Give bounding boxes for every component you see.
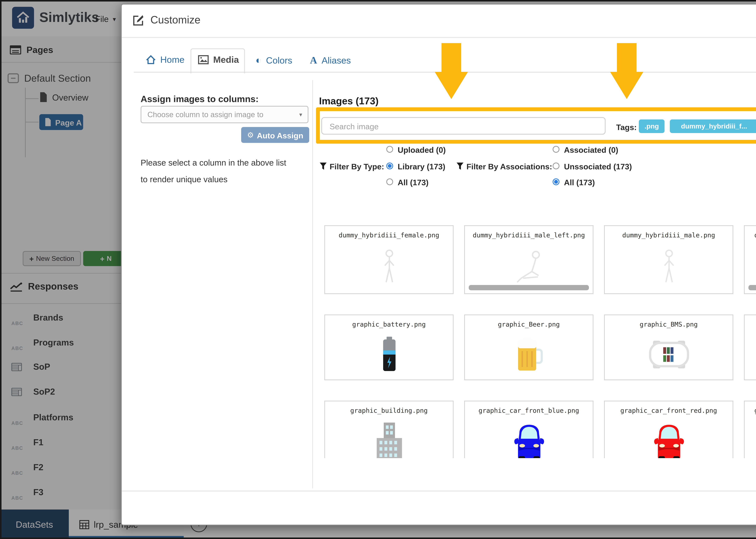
tab-colors[interactable]: ◐ Colors <box>256 54 292 66</box>
radio-uploaded-label[interactable]: Uploaded (0) <box>398 145 446 154</box>
tab-media[interactable]: Media <box>198 54 239 65</box>
image-card[interactable]: dummy_hybridiii_female.png <box>324 225 454 294</box>
search-image-input[interactable] <box>321 117 606 134</box>
radio-associated-label[interactable]: Associated (0) <box>564 145 618 154</box>
image-card[interactable]: graphic_bottle.png <box>744 315 756 380</box>
image-card[interactable]: graphic_car_front_red.png <box>604 401 733 458</box>
dummy-figure-image <box>605 244 732 289</box>
radio-unssociated[interactable] <box>553 163 560 169</box>
images-heading: Images (173) <box>319 95 379 107</box>
aliases-icon: A <box>310 54 317 66</box>
colors-icon: ◐ <box>256 54 262 66</box>
column-select[interactable]: Choose column to assign image to ▼ <box>141 106 308 123</box>
filter-by-type-label: Filter By Type: <box>330 162 384 171</box>
media-tab-icon <box>198 55 209 64</box>
car-front-silver-image <box>745 420 756 458</box>
radio-library-label[interactable]: Library (173) <box>398 162 445 171</box>
funnel-icon <box>320 163 327 170</box>
image-card[interactable]: dummy_side_eurosid_front.png <box>744 225 756 294</box>
beer-image <box>465 333 593 375</box>
screen: Simlytiks File▼ Share × ◀ Page 2 of 2 ▶ … <box>0 0 756 539</box>
radio-unssociated-label[interactable]: Unssociated (173) <box>564 162 632 171</box>
battery-image <box>325 333 453 375</box>
customize-modal: Customize Import Assignments Export Assi… <box>121 4 756 525</box>
card-scrollbar[interactable] <box>748 285 756 290</box>
image-grid: dummy_hybridiii_female.png dummy_hybridi… <box>315 218 756 458</box>
image-card[interactable]: graphic_car_front_silver.png <box>744 401 756 458</box>
dummy-figure-image <box>465 244 593 289</box>
tag-png[interactable]: .png <box>639 119 664 133</box>
filter-by-assoc-label: Filter By Associations: <box>467 162 552 171</box>
radio-assoc-all-label[interactable]: All (173) <box>564 178 595 187</box>
image-card[interactable]: graphic_battery.png <box>324 315 454 380</box>
tab-aliases[interactable]: A Aliases <box>310 54 351 66</box>
bottle-image <box>745 333 756 375</box>
home-icon <box>146 55 156 64</box>
car-front-blue-image <box>465 420 593 458</box>
image-card[interactable]: dummy_hybridiii_male_left.png <box>464 225 593 294</box>
radio-associated[interactable] <box>553 146 560 153</box>
radio-library[interactable] <box>386 163 393 169</box>
building-image <box>325 420 453 458</box>
auto-assign-button[interactable]: ⚙ Auto Assign <box>241 127 309 143</box>
image-card[interactable]: graphic_building.png <box>324 401 454 458</box>
car-front-red-image <box>605 420 732 458</box>
image-card[interactable]: graphic_BMS.png <box>604 315 733 380</box>
assign-hint-line2: to render unique values <box>141 175 228 184</box>
radio-type-all-label[interactable]: All (173) <box>398 178 428 187</box>
funnel-icon <box>457 163 463 170</box>
image-card[interactable]: dummy_hybridiii_male.png <box>604 225 733 294</box>
radio-type-all[interactable] <box>386 179 393 185</box>
gear-icon: ⚙ <box>247 131 254 139</box>
tag-dummy-hybridiii-f[interactable]: dummy_hybridiii_f... <box>670 119 756 133</box>
image-card[interactable]: graphic_car_front_blue.png <box>464 401 593 458</box>
assign-heading: Assign images to columns: <box>141 94 259 104</box>
bms-image <box>605 333 732 375</box>
card-scrollbar[interactable] <box>469 285 589 290</box>
assign-hint-line1: Please select a column in the above list <box>141 158 286 167</box>
tags-label: Tags: <box>616 122 637 131</box>
modal-title: Customize <box>150 14 200 26</box>
caret-down-icon: ▼ <box>294 112 308 117</box>
image-card[interactable]: graphic_Beer.png <box>464 315 593 380</box>
tab-home[interactable]: Home <box>146 54 185 65</box>
dummy-figure-image <box>745 244 756 289</box>
dummy-figure-image <box>325 244 453 289</box>
radio-assoc-all[interactable] <box>553 179 560 185</box>
radio-uploaded[interactable] <box>386 146 393 153</box>
customize-pencil-icon <box>132 14 144 27</box>
